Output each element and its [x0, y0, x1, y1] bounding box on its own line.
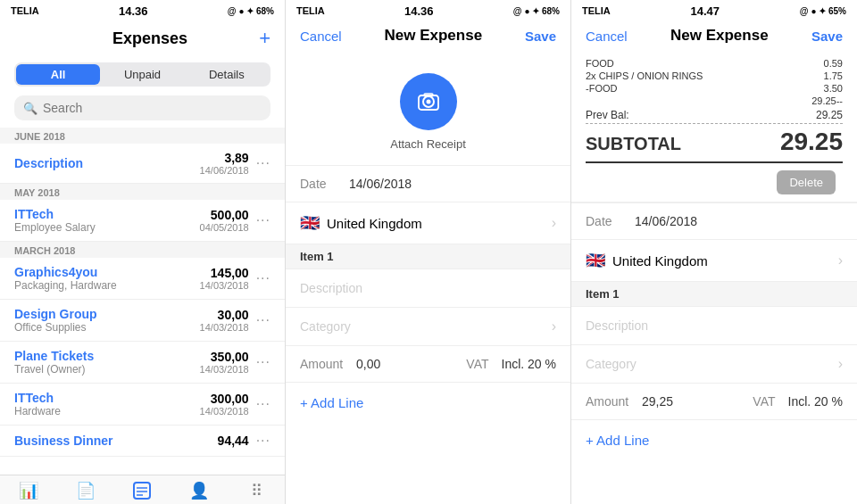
category-row-3[interactable]: Category ›: [571, 345, 857, 384]
add-line-button-3[interactable]: + Add Line: [571, 420, 857, 460]
time-1: 14.36: [119, 4, 148, 18]
vat-value-3[interactable]: Incl. 20 %: [788, 394, 843, 409]
svg-point-5: [426, 100, 430, 104]
item-title: Description: [14, 156, 83, 170]
item-sub: Packaging, Hardware: [14, 279, 117, 292]
date-label: Date: [300, 177, 349, 191]
item-date: 04/05/2018: [200, 222, 249, 233]
item-section-header: Item 1: [286, 244, 570, 269]
description-row[interactable]: Description: [286, 269, 570, 308]
amount-value[interactable]: 0,00: [356, 357, 459, 371]
country-name-3: United Kingdom: [612, 253, 831, 269]
subtotal-row: SUBTOTAL 29.25: [586, 126, 843, 163]
category-row[interactable]: Category ›: [286, 308, 570, 346]
item-sub: Employee Salary: [14, 221, 96, 234]
expenses-panel: TELIA 14.36 @ ● ✦ 68% Expenses + All Unp…: [0, 0, 286, 504]
country-row[interactable]: 🇬🇧 United Kingdom ›: [286, 202, 570, 244]
status-icons-2: @ ● ✦ 68%: [513, 6, 560, 16]
attach-receipt-area: Attach Receipt: [286, 52, 570, 165]
save-button[interactable]: Save: [525, 29, 556, 44]
list-item[interactable]: Graphics4you Packaging, Hardware 145,00 …: [0, 258, 285, 300]
section-june-2018: JUNE 2018: [0, 128, 285, 144]
list-item[interactable]: Design Group Office Supplies 30,00 14/03…: [0, 300, 285, 342]
amount-label-3: Amount: [586, 394, 635, 409]
tab-expenses[interactable]: [114, 481, 171, 500]
item-date: 14/03/2018: [200, 322, 249, 333]
item-menu-button[interactable]: ···: [256, 354, 270, 370]
new-expense-nav-3: Cancel New Expense Save: [571, 20, 857, 52]
receipt-amt-4: 29.25--: [811, 95, 843, 106]
item-menu-button[interactable]: ···: [256, 212, 270, 228]
attach-receipt-button[interactable]: [400, 73, 457, 130]
tab-chart[interactable]: 📊: [0, 481, 57, 500]
tab-person[interactable]: 👤: [171, 481, 228, 500]
item-title: ITTech: [14, 391, 61, 405]
item-date: 14/06/2018: [200, 165, 249, 176]
cancel-button-3[interactable]: Cancel: [586, 29, 628, 44]
amount-value-3[interactable]: 29,25: [642, 394, 745, 409]
segment-unpaid[interactable]: Unpaid: [100, 64, 184, 85]
item-title: Graphics4you: [14, 265, 117, 279]
tab-more[interactable]: ⠿: [228, 481, 285, 500]
amount-row-3: Amount 29,25 VAT Incl. 20 %: [571, 384, 857, 420]
time-3: 14.47: [691, 4, 720, 18]
item-amount: 30,00: [200, 308, 249, 322]
subtotal-label: SUBTOTAL: [586, 134, 681, 154]
list-item[interactable]: ITTech Hardware 300,00 14/03/2018 ···: [0, 384, 285, 426]
list-item[interactable]: Description 3,89 14/06/2018 ···: [0, 144, 285, 184]
list-item[interactable]: Plane Tickets Travel (Owner) 350,00 14/0…: [0, 342, 285, 384]
country-name: United Kingdom: [327, 216, 545, 231]
item-menu-button[interactable]: ···: [256, 270, 270, 286]
add-expense-button[interactable]: +: [259, 27, 270, 50]
receipt-line-4: 29.25--: [586, 95, 843, 107]
description-placeholder: Description: [300, 281, 362, 295]
country-row-3[interactable]: 🇬🇧 United Kingdom ›: [571, 240, 857, 282]
receipt-amt-2: 1.75: [824, 70, 843, 81]
category-placeholder: Category: [300, 319, 552, 334]
page-title: Expenses: [112, 29, 187, 48]
tab-document[interactable]: 📄: [57, 481, 114, 500]
search-bar[interactable]: 🔍: [14, 95, 270, 120]
receipt-desc-1: FOOD: [586, 58, 614, 69]
chevron-right-icon: ›: [552, 318, 556, 335]
item-section-header-3: Item 1: [571, 282, 857, 307]
chevron-right-icon-3: ›: [838, 252, 843, 269]
section-may-2018: MAY 2018: [0, 184, 285, 200]
receipt-line-1: FOOD 0.59: [586, 57, 843, 70]
date-row: Date 14/06/2018: [286, 165, 570, 202]
search-input[interactable]: [43, 101, 262, 115]
date-value-3: 14/06/2018: [635, 214, 843, 228]
section-march-2018: MARCH 2018: [0, 242, 285, 258]
segment-details[interactable]: Details: [185, 64, 269, 85]
add-line-button[interactable]: + Add Line: [286, 383, 570, 423]
vat-value[interactable]: Incl. 20 %: [502, 357, 556, 371]
prev-bal-value: 29.25: [816, 109, 843, 121]
item-menu-button[interactable]: ···: [256, 312, 270, 328]
carrier-2: TELIA: [296, 5, 325, 16]
status-bar-3: TELIA 14.47 @ ● ✦ 65%: [571, 0, 857, 20]
item-title: Design Group: [14, 307, 97, 321]
item-menu-button[interactable]: ···: [256, 433, 270, 449]
list-item[interactable]: Business Dinner 94,44 ···: [0, 426, 285, 457]
vat-label-3: VAT: [753, 394, 775, 409]
item-amount: 145,00: [200, 266, 249, 280]
item-sub: Travel (Owner): [14, 363, 94, 376]
item-menu-button[interactable]: ···: [256, 396, 270, 412]
item-date: 14/03/2018: [200, 406, 249, 417]
delete-button[interactable]: Delete: [777, 170, 836, 194]
carrier-3: TELIA: [582, 5, 611, 16]
list-item[interactable]: ITTech Employee Salary 500,00 04/05/2018…: [0, 200, 285, 242]
description-row-3[interactable]: Description: [571, 307, 857, 345]
item-menu-button[interactable]: ···: [256, 155, 270, 171]
item-amount: 3,89: [200, 151, 249, 165]
cancel-button[interactable]: Cancel: [300, 29, 342, 44]
item-sub: Hardware: [14, 405, 61, 417]
country-flag: 🇬🇧: [300, 213, 320, 233]
status-icons-3: @ ● ✦ 65%: [800, 6, 846, 16]
save-button-3[interactable]: Save: [811, 29, 843, 44]
segment-all[interactable]: All: [16, 64, 100, 85]
description-placeholder-3: Description: [586, 318, 648, 333]
receipt-amt-3: 3.50: [824, 83, 843, 94]
item-amount: 500,00: [200, 208, 249, 222]
new-expense-nav: Cancel New Expense Save: [286, 20, 570, 52]
